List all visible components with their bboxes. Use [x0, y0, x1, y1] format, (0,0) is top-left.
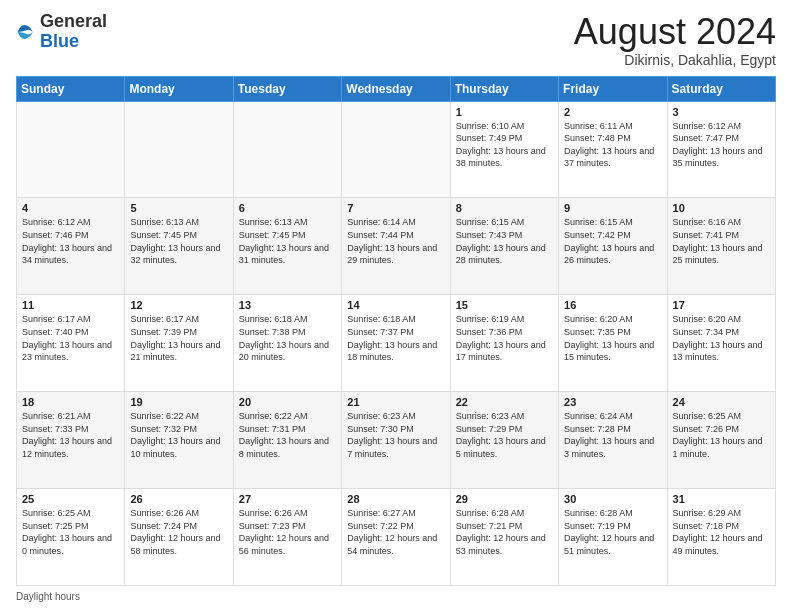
day-header-saturday: Saturday [667, 76, 775, 101]
day-cell [342, 101, 450, 198]
logo-blue-text: Blue [40, 31, 79, 51]
day-cell: 1Sunrise: 6:10 AMSunset: 7:49 PMDaylight… [450, 101, 558, 198]
day-cell: 20Sunrise: 6:22 AMSunset: 7:31 PMDayligh… [233, 392, 341, 489]
logo-icon [16, 22, 36, 42]
day-cell: 19Sunrise: 6:22 AMSunset: 7:32 PMDayligh… [125, 392, 233, 489]
day-cell: 25Sunrise: 6:25 AMSunset: 7:25 PMDayligh… [17, 489, 125, 586]
day-info: Sunrise: 6:13 AMSunset: 7:45 PMDaylight:… [239, 216, 336, 266]
day-cell: 30Sunrise: 6:28 AMSunset: 7:19 PMDayligh… [559, 489, 667, 586]
days-header-row: SundayMondayTuesdayWednesdayThursdayFrid… [17, 76, 776, 101]
day-cell: 8Sunrise: 6:15 AMSunset: 7:43 PMDaylight… [450, 198, 558, 295]
day-cell: 17Sunrise: 6:20 AMSunset: 7:34 PMDayligh… [667, 295, 775, 392]
day-info: Sunrise: 6:28 AMSunset: 7:19 PMDaylight:… [564, 507, 661, 557]
day-info: Sunrise: 6:20 AMSunset: 7:35 PMDaylight:… [564, 313, 661, 363]
day-info: Sunrise: 6:20 AMSunset: 7:34 PMDaylight:… [673, 313, 770, 363]
day-info: Sunrise: 6:18 AMSunset: 7:37 PMDaylight:… [347, 313, 444, 363]
day-number: 17 [673, 299, 770, 311]
day-number: 9 [564, 202, 661, 214]
day-cell [17, 101, 125, 198]
day-cell: 13Sunrise: 6:18 AMSunset: 7:38 PMDayligh… [233, 295, 341, 392]
day-number: 31 [673, 493, 770, 505]
day-cell [125, 101, 233, 198]
day-info: Sunrise: 6:11 AMSunset: 7:48 PMDaylight:… [564, 120, 661, 170]
week-row-3: 11Sunrise: 6:17 AMSunset: 7:40 PMDayligh… [17, 295, 776, 392]
day-info: Sunrise: 6:26 AMSunset: 7:24 PMDaylight:… [130, 507, 227, 557]
day-number: 14 [347, 299, 444, 311]
day-info: Sunrise: 6:12 AMSunset: 7:47 PMDaylight:… [673, 120, 770, 170]
day-info: Sunrise: 6:17 AMSunset: 7:39 PMDaylight:… [130, 313, 227, 363]
day-header-wednesday: Wednesday [342, 76, 450, 101]
day-number: 16 [564, 299, 661, 311]
title-block: August 2024 Dikirnis, Dakahlia, Egypt [574, 12, 776, 68]
day-number: 8 [456, 202, 553, 214]
week-row-4: 18Sunrise: 6:21 AMSunset: 7:33 PMDayligh… [17, 392, 776, 489]
day-cell: 10Sunrise: 6:16 AMSunset: 7:41 PMDayligh… [667, 198, 775, 295]
day-info: Sunrise: 6:15 AMSunset: 7:42 PMDaylight:… [564, 216, 661, 266]
day-number: 25 [22, 493, 119, 505]
day-number: 26 [130, 493, 227, 505]
day-number: 12 [130, 299, 227, 311]
day-info: Sunrise: 6:27 AMSunset: 7:22 PMDaylight:… [347, 507, 444, 557]
week-row-5: 25Sunrise: 6:25 AMSunset: 7:25 PMDayligh… [17, 489, 776, 586]
day-info: Sunrise: 6:25 AMSunset: 7:25 PMDaylight:… [22, 507, 119, 557]
day-info: Sunrise: 6:19 AMSunset: 7:36 PMDaylight:… [456, 313, 553, 363]
day-info: Sunrise: 6:12 AMSunset: 7:46 PMDaylight:… [22, 216, 119, 266]
subtitle: Dikirnis, Dakahlia, Egypt [574, 52, 776, 68]
day-info: Sunrise: 6:18 AMSunset: 7:38 PMDaylight:… [239, 313, 336, 363]
day-cell: 14Sunrise: 6:18 AMSunset: 7:37 PMDayligh… [342, 295, 450, 392]
logo-general-text: General [40, 11, 107, 31]
day-number: 7 [347, 202, 444, 214]
day-cell: 24Sunrise: 6:25 AMSunset: 7:26 PMDayligh… [667, 392, 775, 489]
day-number: 27 [239, 493, 336, 505]
day-info: Sunrise: 6:10 AMSunset: 7:49 PMDaylight:… [456, 120, 553, 170]
day-number: 4 [22, 202, 119, 214]
day-info: Sunrise: 6:17 AMSunset: 7:40 PMDaylight:… [22, 313, 119, 363]
day-number: 6 [239, 202, 336, 214]
day-number: 28 [347, 493, 444, 505]
day-info: Sunrise: 6:13 AMSunset: 7:45 PMDaylight:… [130, 216, 227, 266]
day-info: Sunrise: 6:21 AMSunset: 7:33 PMDaylight:… [22, 410, 119, 460]
day-cell: 3Sunrise: 6:12 AMSunset: 7:47 PMDaylight… [667, 101, 775, 198]
calendar-body: 1Sunrise: 6:10 AMSunset: 7:49 PMDaylight… [17, 101, 776, 585]
day-number: 5 [130, 202, 227, 214]
calendar-table: SundayMondayTuesdayWednesdayThursdayFrid… [16, 76, 776, 586]
day-number: 2 [564, 106, 661, 118]
day-cell: 27Sunrise: 6:26 AMSunset: 7:23 PMDayligh… [233, 489, 341, 586]
day-number: 22 [456, 396, 553, 408]
day-info: Sunrise: 6:23 AMSunset: 7:30 PMDaylight:… [347, 410, 444, 460]
day-header-sunday: Sunday [17, 76, 125, 101]
day-cell: 21Sunrise: 6:23 AMSunset: 7:30 PMDayligh… [342, 392, 450, 489]
main-title: August 2024 [574, 12, 776, 52]
day-info: Sunrise: 6:23 AMSunset: 7:29 PMDaylight:… [456, 410, 553, 460]
day-number: 3 [673, 106, 770, 118]
day-info: Sunrise: 6:16 AMSunset: 7:41 PMDaylight:… [673, 216, 770, 266]
day-number: 15 [456, 299, 553, 311]
day-info: Sunrise: 6:29 AMSunset: 7:18 PMDaylight:… [673, 507, 770, 557]
day-cell: 7Sunrise: 6:14 AMSunset: 7:44 PMDaylight… [342, 198, 450, 295]
day-cell: 9Sunrise: 6:15 AMSunset: 7:42 PMDaylight… [559, 198, 667, 295]
day-cell: 5Sunrise: 6:13 AMSunset: 7:45 PMDaylight… [125, 198, 233, 295]
day-info: Sunrise: 6:22 AMSunset: 7:31 PMDaylight:… [239, 410, 336, 460]
day-header-tuesday: Tuesday [233, 76, 341, 101]
day-number: 20 [239, 396, 336, 408]
day-number: 21 [347, 396, 444, 408]
day-cell: 23Sunrise: 6:24 AMSunset: 7:28 PMDayligh… [559, 392, 667, 489]
day-info: Sunrise: 6:26 AMSunset: 7:23 PMDaylight:… [239, 507, 336, 557]
footer: Daylight hours [16, 591, 776, 602]
header: General Blue August 2024 Dikirnis, Dakah… [16, 12, 776, 68]
day-number: 13 [239, 299, 336, 311]
page: General Blue August 2024 Dikirnis, Dakah… [0, 0, 792, 612]
day-cell: 28Sunrise: 6:27 AMSunset: 7:22 PMDayligh… [342, 489, 450, 586]
logo: General Blue [16, 12, 107, 52]
day-cell: 2Sunrise: 6:11 AMSunset: 7:48 PMDaylight… [559, 101, 667, 198]
daylight-label: Daylight hours [16, 591, 80, 602]
day-cell: 26Sunrise: 6:26 AMSunset: 7:24 PMDayligh… [125, 489, 233, 586]
day-cell: 12Sunrise: 6:17 AMSunset: 7:39 PMDayligh… [125, 295, 233, 392]
day-info: Sunrise: 6:22 AMSunset: 7:32 PMDaylight:… [130, 410, 227, 460]
day-cell: 18Sunrise: 6:21 AMSunset: 7:33 PMDayligh… [17, 392, 125, 489]
day-cell: 11Sunrise: 6:17 AMSunset: 7:40 PMDayligh… [17, 295, 125, 392]
calendar-header: SundayMondayTuesdayWednesdayThursdayFrid… [17, 76, 776, 101]
day-number: 11 [22, 299, 119, 311]
day-number: 30 [564, 493, 661, 505]
day-cell: 22Sunrise: 6:23 AMSunset: 7:29 PMDayligh… [450, 392, 558, 489]
